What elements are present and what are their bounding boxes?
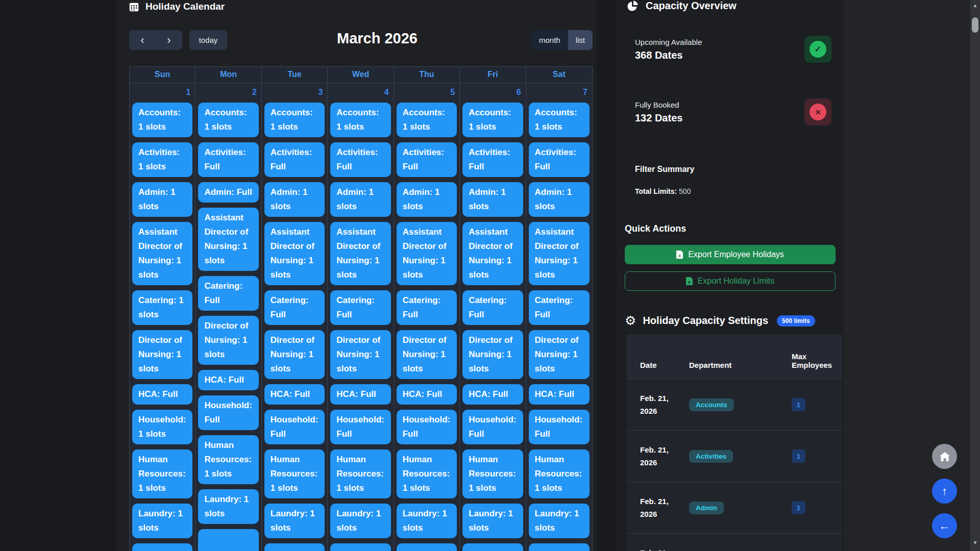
event-block[interactable]: Human Resources: 1 slots (330, 449, 390, 498)
day-cell-1[interactable]: 1Accounts: 1 slotsActivities: 1 slotsAdm… (130, 83, 195, 551)
prev-month-button[interactable]: ‹ (129, 30, 156, 50)
event-block[interactable]: Catering: 1 slots (132, 290, 192, 325)
event-block[interactable]: Director of Nursing: 1 slots (462, 330, 523, 379)
page-scrollbar[interactable]: ▲ ▼ (970, 0, 980, 551)
day-cell-5[interactable]: 5Accounts: 1 slotsActivities: FullAdmin:… (394, 83, 460, 551)
event-block[interactable]: Assistant Director of Nursing: 1 slots (529, 222, 590, 285)
event-block[interactable]: Catering: Full (330, 290, 390, 325)
event-block[interactable]: Catering: Full (397, 290, 457, 325)
event-block[interactable]: Catering: Full (529, 290, 590, 325)
event-block[interactable]: Assistant Director of Nursing: 1 slots (198, 208, 258, 271)
event-block[interactable]: Human Resources: 1 slots (132, 449, 192, 498)
event-block[interactable]: Admin: 1 slots (397, 182, 457, 217)
back-button[interactable]: ← (932, 513, 957, 538)
event-block[interactable]: Human Resources: 1 slots (198, 435, 258, 484)
event-block[interactable]: Director of Nursing: 1 slots (330, 330, 390, 379)
event-block[interactable]: Laundry: 1 slots (529, 504, 590, 538)
event-block[interactable]: Admin: 1 slots (330, 182, 390, 217)
day-cell-3[interactable]: 3Accounts: 1 slotsActivities: FullAdmin:… (262, 83, 328, 551)
event-block-partial[interactable] (132, 543, 192, 551)
day-cell-2[interactable]: 2Accounts: 1 slotsActivities: FullAdmin:… (195, 83, 261, 551)
event-block[interactable]: Accounts: 1 slots (132, 103, 192, 137)
event-block[interactable]: Household: Full (330, 410, 390, 444)
event-block[interactable]: Household: Full (529, 410, 590, 444)
event-block[interactable]: Laundry: 1 slots (132, 504, 192, 538)
event-block[interactable]: Director of Nursing: 1 slots (397, 330, 457, 379)
event-block[interactable]: HCA: Full (330, 384, 390, 405)
event-block[interactable]: Assistant Director of Nursing: 1 slots (330, 222, 390, 285)
day-cell-6[interactable]: 6Accounts: 1 slotsActivities: FullAdmin:… (460, 83, 526, 551)
view-month-button[interactable]: month (531, 30, 568, 50)
view-list-button[interactable]: list (568, 30, 593, 50)
event-block[interactable]: Laundry: 1 slots (397, 504, 457, 538)
event-block[interactable]: Laundry: 1 slots (264, 504, 325, 538)
event-block[interactable]: Household: 1 slots (132, 410, 192, 444)
export-holiday-limits-button[interactable]: x Export Holiday Limits (625, 271, 836, 291)
event-block[interactable]: Activities: Full (529, 142, 590, 177)
event-block[interactable]: Admin: 1 slots (529, 182, 590, 217)
event-block[interactable]: Household: Full (397, 410, 457, 444)
event-block[interactable]: Assistant Director of Nursing: 1 slots (397, 222, 457, 285)
event-block[interactable]: HCA: Full (132, 384, 192, 405)
event-block-partial[interactable] (529, 543, 590, 551)
event-block[interactable]: Assistant Director of Nursing: 1 slots (462, 222, 523, 285)
event-block[interactable]: Admin: Full (198, 182, 258, 203)
event-block[interactable]: Director of Nursing: 1 slots (264, 330, 325, 379)
event-block[interactable]: Director of Nursing: 1 slots (198, 316, 258, 365)
event-block[interactable]: Household: Full (462, 410, 523, 444)
event-block[interactable]: HCA: Full (529, 384, 590, 405)
event-block[interactable]: Assistant Director of Nursing: 1 slots (264, 222, 325, 285)
scrollbar-up-arrow[interactable]: ▲ (970, 3, 980, 8)
event-block-partial[interactable] (198, 529, 258, 551)
scrollbar-down-arrow[interactable]: ▼ (970, 540, 980, 545)
event-block[interactable]: Accounts: 1 slots (462, 103, 523, 137)
day-cell-4[interactable]: 4Accounts: 1 slotsActivities: FullAdmin:… (328, 83, 394, 551)
export-employee-holidays-button[interactable]: x Export Employee Holidays (625, 245, 836, 264)
event-block[interactable]: Admin: 1 slots (462, 182, 523, 217)
event-block[interactable]: Human Resources: 1 slots (462, 449, 523, 498)
event-block[interactable]: Household: Full (198, 395, 258, 430)
scrollbar-thumb[interactable] (972, 17, 978, 33)
day-header-wed: Wed (328, 67, 394, 83)
event-block[interactable]: Accounts: 1 slots (264, 103, 325, 137)
event-block[interactable]: Human Resources: 1 slots (397, 449, 457, 498)
stat-upcoming-available: Upcoming Available 368 Dates ✓ (635, 36, 831, 63)
event-block[interactable]: Activities: Full (330, 142, 390, 177)
scroll-to-top-button[interactable]: ↑ (932, 479, 957, 504)
event-block[interactable]: Activities: 1 slots (132, 142, 192, 177)
event-block[interactable]: Catering: Full (264, 290, 325, 325)
event-block[interactable]: Admin: 1 slots (264, 182, 325, 217)
event-block-partial[interactable] (462, 543, 523, 551)
event-block[interactable]: HCA: Full (264, 384, 325, 405)
event-block[interactable]: HCA: Full (462, 384, 523, 405)
event-block[interactable]: Laundry: 1 slots (462, 504, 523, 538)
event-block[interactable]: Activities: Full (397, 142, 457, 177)
event-block[interactable]: Catering: Full (198, 276, 258, 311)
event-block[interactable]: Director of Nursing: 1 slots (132, 330, 192, 379)
home-button[interactable] (932, 444, 957, 469)
event-block[interactable]: Activities: Full (264, 142, 325, 177)
today-button[interactable]: today (189, 30, 227, 50)
event-block[interactable]: HCA: Full (397, 384, 457, 405)
event-block[interactable]: HCA: Full (198, 370, 258, 390)
event-block[interactable]: Human Resources: 1 slots (529, 449, 590, 498)
event-block[interactable]: Activities: Full (198, 142, 258, 177)
event-block[interactable]: Activities: Full (462, 142, 523, 177)
event-block[interactable]: Catering: Full (462, 290, 523, 325)
event-block[interactable]: Human Resources: 1 slots (264, 449, 325, 498)
day-cell-7[interactable]: 7Accounts: 1 slotsActivities: FullAdmin:… (526, 83, 592, 551)
event-block[interactable]: Accounts: 1 slots (529, 103, 590, 137)
event-block[interactable]: Laundry: 1 slots (330, 504, 390, 538)
event-block[interactable]: Assistant Director of Nursing: 1 slots (132, 222, 192, 285)
event-block[interactable]: Accounts: 1 slots (198, 103, 258, 137)
event-block[interactable]: Accounts: 1 slots (330, 103, 390, 137)
event-block[interactable]: Accounts: 1 slots (397, 103, 457, 137)
event-block[interactable]: Laundry: 1 slots (198, 489, 258, 524)
event-block[interactable]: Admin: 1 slots (132, 182, 192, 217)
event-block-partial[interactable] (330, 543, 390, 551)
event-block[interactable]: Director of Nursing: 1 slots (529, 330, 590, 379)
next-month-button[interactable]: › (156, 30, 182, 50)
event-block-partial[interactable] (264, 543, 325, 551)
event-block-partial[interactable] (397, 543, 457, 551)
event-block[interactable]: Household: Full (264, 410, 325, 444)
